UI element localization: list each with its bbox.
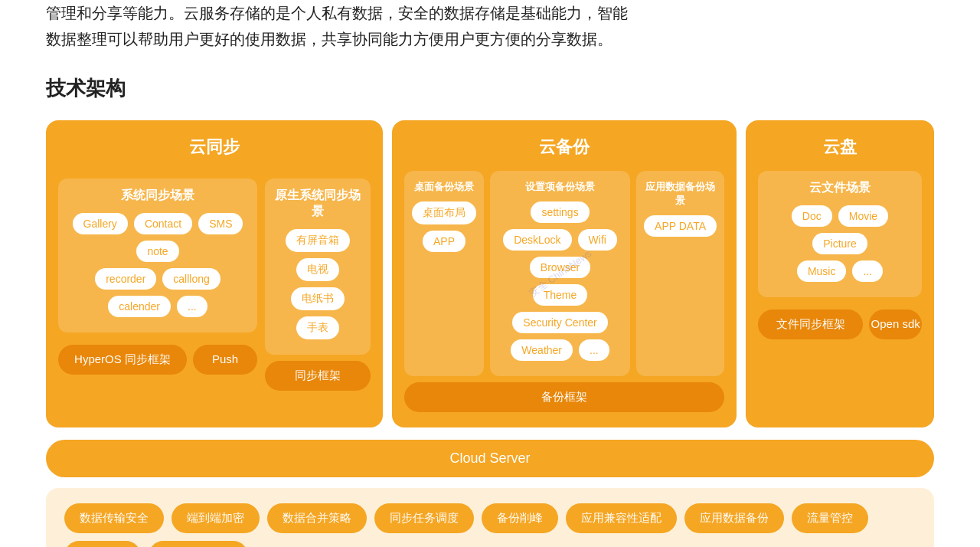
- appdata-backup-inner: 应用数据备份场景 APP DATA: [636, 171, 724, 376]
- arch-container: 云同步 系统同步场景 Gallery Contact SMS note reco…: [46, 120, 934, 427]
- tag-contact: Contact: [134, 213, 192, 234]
- tag-doc: Doc: [792, 205, 832, 227]
- tag-desklock: DeskLock: [503, 229, 571, 251]
- native-sync-scenario: 原生系统同步场景 有屏音箱 电视 电纸书 手表 同步框架: [265, 179, 371, 391]
- bottom-tag-10: 文件传输优化: [149, 541, 248, 547]
- desktop-backup-scenario: 桌面备份场景 桌面布局 APP: [404, 171, 484, 376]
- bottom-tag-4: 同步任务调度: [374, 503, 474, 533]
- tag-epub: 电纸书: [291, 287, 345, 310]
- desktop-backup-title: 桌面备份场景: [412, 180, 476, 194]
- yunbeife-box: 云备份 桌面备份场景 桌面布局 APP 安全 ChinaNews: [392, 120, 737, 427]
- yunpan-box: 云盘 云文件场景 Doc Movie Picture Music ... 文件同…: [746, 120, 934, 427]
- desktop-backup-inner: 桌面备份场景 桌面布局 APP: [404, 171, 484, 376]
- tag-browser: Browser: [530, 257, 590, 278]
- native-sync-tags2: 电纸书 手表: [273, 287, 363, 339]
- yunpan-inner: 云文件场景 Doc Movie Picture Music ...: [758, 171, 922, 297]
- native-framework-bar: 同步框架: [265, 361, 371, 391]
- appdata-backup-tags: APP DATA: [644, 215, 717, 237]
- yunbeife-title: 云备份: [404, 136, 724, 159]
- push-bar: Push: [193, 345, 257, 375]
- appdata-backup-title: 应用数据备份场景: [644, 180, 717, 208]
- tag-more1: ...: [177, 296, 207, 317]
- system-sync-inner: 系统同步场景 Gallery Contact SMS note recorder…: [58, 179, 257, 332]
- cloud-file-tags1: Doc Movie Picture: [766, 205, 914, 254]
- section-title: 技术架构: [46, 75, 934, 102]
- yuntongbu-inner: 系统同步场景 Gallery Contact SMS note recorder…: [58, 179, 371, 391]
- tag-youping: 有屏音箱: [286, 229, 350, 252]
- tag-app: APP: [423, 231, 466, 252]
- yuntongbu-box: 云同步 系统同步场景 Gallery Contact SMS note reco…: [46, 120, 383, 427]
- tag-watch: 手表: [296, 316, 339, 339]
- desktop-backup-tags: 桌面布局 APP: [412, 201, 476, 252]
- intro-paragraph: 管理和分享等能力。云服务存储的是个人私有数据，安全的数据存储是基础能力，智能 数…: [46, 0, 934, 52]
- yunpan-frameworks: 文件同步框架 Open sdk: [758, 303, 922, 339]
- bottom-tag-1: 数据传输安全: [64, 503, 164, 533]
- bottom-tags-row1: 数据传输安全 端到端加密 数据合并策略 同步任务调度 备份削峰 应用兼容性适配 …: [64, 503, 916, 547]
- tag-music: Music: [797, 260, 847, 282]
- tag-weather: Weather: [511, 339, 573, 361]
- native-sync-title: 原生系统同步场景: [273, 188, 363, 220]
- bottom-tag-2: 端到端加密: [172, 503, 260, 533]
- system-sync-tags1: Gallery Contact SMS note: [66, 213, 250, 262]
- file-sync-framework-bar: 文件同步框架: [758, 310, 863, 339]
- system-sync-title: 系统同步场景: [66, 188, 250, 204]
- settings-backup-inner: 安全 ChinaNews 设置项备份场景 settings DeskLock W…: [490, 171, 630, 376]
- native-sync-tags1: 有屏音箱 电视: [273, 229, 363, 281]
- tag-theme: Theme: [533, 284, 588, 306]
- yuntongbu-title: 云同步: [58, 136, 371, 159]
- tag-note: note: [136, 241, 178, 262]
- tag-settings: settings: [531, 201, 589, 223]
- system-sync-scenario: 系统同步场景 Gallery Contact SMS note recorder…: [58, 179, 257, 391]
- tag-sms: SMS: [198, 213, 243, 234]
- appdata-backup-scenario: 应用数据备份场景 APP DATA: [636, 171, 724, 376]
- tag-gallery: Gallery: [73, 213, 128, 234]
- tag-recorder: recorder: [95, 268, 156, 290]
- tag-movie: Movie: [838, 205, 888, 227]
- tag-wifi: Wifi: [578, 229, 617, 251]
- tag-more2: ...: [579, 339, 609, 361]
- bottom-tag-3: 数据合并策略: [267, 503, 367, 533]
- tag-picture: Picture: [812, 233, 867, 254]
- bottom-tag-8: 流量管控: [792, 503, 868, 533]
- system-sync-tags2: recorder calllong calender ...: [66, 268, 250, 317]
- settings-backup-tags1: settings DeskLock Wifi Browser: [498, 201, 622, 278]
- tag-tv: 电视: [296, 258, 339, 281]
- cloud-file-tags2: Music ...: [766, 260, 914, 282]
- bottom-tag-9: 错误透传: [64, 541, 141, 547]
- tag-more3: ...: [852, 260, 883, 282]
- settings-backup-tags2: Theme Security Center Weather ...: [498, 284, 622, 361]
- tag-security-center: Security Center: [512, 312, 607, 333]
- bottom-section: 数据传输安全 端到端加密 数据合并策略 同步任务调度 备份削峰 应用兼容性适配 …: [46, 488, 934, 547]
- hyperos-bar: HyperOS 同步框架: [58, 345, 187, 375]
- bottom-tag-6: 应用兼容性适配: [566, 503, 677, 533]
- native-sync-inner: 原生系统同步场景 有屏音箱 电视 电纸书 手表: [265, 179, 371, 355]
- tag-appdata: APP DATA: [644, 215, 717, 237]
- bottom-tag-5: 备份削峰: [482, 503, 558, 533]
- tag-calllong: calllong: [162, 268, 220, 290]
- tag-desktop-layout: 桌面布局: [412, 201, 476, 224]
- backup-framework-bar: 备份框架: [404, 382, 724, 412]
- settings-backup-scenario: 安全 ChinaNews 设置项备份场景 settings DeskLock W…: [490, 171, 630, 376]
- cloud-server-bar: Cloud Server: [46, 440, 934, 477]
- yunbeife-inner: 桌面备份场景 桌面布局 APP 安全 ChinaNews 设置项备份场景 set…: [404, 171, 724, 376]
- cloud-file-title: 云文件场景: [766, 180, 914, 196]
- open-sdk-bar: Open sdk: [869, 310, 922, 339]
- yunpan-title: 云盘: [758, 136, 922, 159]
- bottom-tag-7: 应用数据备份: [684, 503, 784, 533]
- tag-calender: calender: [108, 296, 171, 317]
- settings-backup-title: 设置项备份场景: [498, 180, 622, 194]
